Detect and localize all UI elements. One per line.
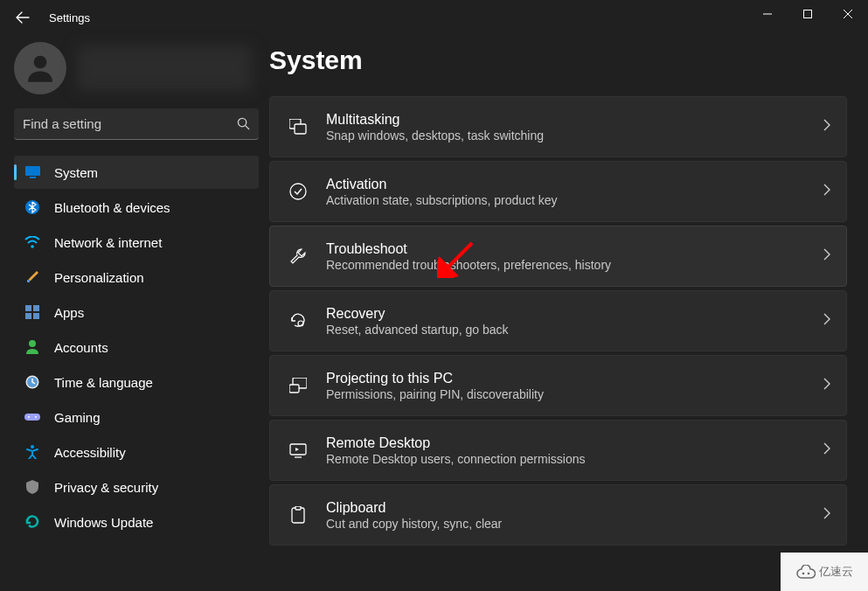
project-icon	[286, 378, 310, 393]
sidebar-item-bluetooth[interactable]: Bluetooth & devices	[14, 191, 259, 224]
item-title: Multitasking	[326, 112, 823, 128]
svg-rect-7	[27, 280, 30, 282]
recovery-icon	[286, 312, 310, 330]
svg-point-12	[29, 340, 36, 347]
accessibility-icon	[24, 444, 40, 460]
svg-rect-20	[295, 124, 306, 134]
svg-point-1	[34, 56, 47, 69]
svg-point-17	[35, 416, 37, 418]
item-text: Activation Activation state, subscriptio…	[326, 177, 823, 207]
item-title: Clipboard	[326, 500, 823, 516]
brush-icon	[24, 269, 40, 285]
search-icon	[237, 117, 250, 130]
user-info-redacted	[77, 45, 252, 91]
settings-item-remote-desktop[interactable]: Remote Desktop Remote Desktop users, con…	[269, 420, 847, 481]
maximize-icon	[803, 10, 812, 18]
shield-icon	[24, 479, 40, 495]
svg-point-29	[802, 573, 804, 575]
sidebar-item-label: Time & language	[54, 375, 153, 390]
svg-rect-3	[25, 166, 40, 176]
settings-item-projecting[interactable]: Projecting to this PC Permissions, pairi…	[269, 355, 847, 416]
settings-item-troubleshoot[interactable]: Troubleshoot Recommended troubleshooters…	[269, 226, 847, 287]
svg-point-16	[28, 416, 30, 418]
remote-icon	[286, 442, 310, 459]
item-text: Projecting to this PC Permissions, pairi…	[326, 371, 823, 401]
clipboard-icon	[286, 506, 310, 524]
close-button[interactable]	[828, 0, 868, 28]
gamepad-icon	[24, 409, 40, 425]
chevron-right-icon	[823, 378, 830, 393]
sidebar-item-network[interactable]: Network & internet	[14, 226, 259, 259]
svg-point-6	[31, 245, 34, 248]
titlebar: Settings	[0, 0, 868, 35]
sidebar-item-windows-update[interactable]: Windows Update	[14, 505, 259, 539]
sidebar-item-label: Accounts	[54, 340, 108, 355]
item-desc: Cut and copy history, sync, clear	[326, 517, 823, 531]
minimize-icon	[763, 10, 772, 18]
person-icon	[24, 339, 40, 355]
check-icon	[286, 183, 310, 200]
wifi-icon	[24, 234, 40, 250]
svg-rect-0	[804, 10, 812, 18]
minimize-button[interactable]	[747, 0, 788, 28]
settings-item-clipboard[interactable]: Clipboard Cut and copy history, sync, cl…	[269, 484, 847, 546]
item-text: Multitasking Snap windows, desktops, tas…	[326, 112, 823, 143]
search-input[interactable]	[23, 116, 237, 131]
window-controls	[747, 0, 868, 28]
close-icon	[844, 10, 852, 18]
item-title: Activation	[326, 177, 823, 192]
back-button[interactable]	[12, 7, 33, 28]
window-title: Settings	[49, 11, 90, 24]
nav-list: System Bluetooth & devices Network & int…	[14, 156, 262, 539]
search-box[interactable]	[14, 108, 259, 140]
main-content: System Multitasking Snap windows, deskto…	[262, 35, 868, 591]
chevron-right-icon	[823, 119, 830, 135]
apps-icon	[24, 304, 40, 320]
sidebar-item-label: Gaming	[54, 410, 101, 425]
svg-rect-15	[24, 414, 40, 421]
chevron-right-icon	[823, 184, 830, 199]
settings-list: Multitasking Snap windows, desktops, tas…	[269, 96, 847, 546]
multitask-icon	[286, 119, 310, 135]
chevron-right-icon	[823, 313, 830, 329]
user-account-area[interactable]	[14, 42, 262, 94]
sidebar-item-label: Accessibility	[54, 445, 126, 460]
svg-rect-11	[33, 313, 39, 319]
settings-item-recovery[interactable]: Recovery Reset, advanced startup, go bac…	[269, 290, 847, 351]
sidebar-item-label: Network & internet	[54, 235, 162, 250]
item-text: Remote Desktop Remote Desktop users, con…	[326, 435, 823, 466]
svg-point-2	[238, 118, 246, 126]
sidebar-item-accessibility[interactable]: Accessibility	[14, 435, 259, 469]
sidebar-item-system[interactable]: System	[14, 156, 259, 189]
clock-icon	[24, 374, 40, 390]
sidebar-item-gaming[interactable]: Gaming	[14, 400, 259, 434]
sidebar-item-label: Apps	[54, 305, 84, 320]
item-title: Troubleshoot	[326, 241, 823, 257]
sidebar-item-privacy[interactable]: Privacy & security	[14, 470, 259, 504]
maximize-button[interactable]	[788, 0, 828, 28]
watermark-text: 亿速云	[819, 564, 853, 580]
cloud-icon	[796, 565, 816, 579]
item-desc: Remote Desktop users, connection permiss…	[326, 452, 823, 466]
sidebar: System Bluetooth & devices Network & int…	[0, 35, 262, 591]
item-desc: Snap windows, desktops, task switching	[326, 129, 823, 143]
sidebar-item-label: Privacy & security	[54, 480, 158, 495]
monitor-icon	[24, 164, 40, 180]
sidebar-item-apps[interactable]: Apps	[14, 296, 259, 329]
item-desc: Reset, advanced startup, go back	[326, 323, 823, 337]
settings-item-activation[interactable]: Activation Activation state, subscriptio…	[269, 161, 847, 222]
sidebar-item-time-language[interactable]: Time & language	[14, 365, 259, 399]
sidebar-item-label: System	[54, 165, 98, 180]
settings-item-multitasking[interactable]: Multitasking Snap windows, desktops, tas…	[269, 96, 847, 157]
back-arrow-icon	[16, 10, 30, 24]
sidebar-item-personalization[interactable]: Personalization	[14, 261, 259, 294]
item-title: Remote Desktop	[326, 435, 823, 451]
item-desc: Recommended troubleshooters, preferences…	[326, 258, 823, 272]
sidebar-item-accounts[interactable]: Accounts	[14, 330, 259, 364]
sidebar-item-label: Bluetooth & devices	[54, 200, 170, 215]
svg-point-30	[807, 573, 809, 575]
update-icon	[24, 514, 40, 530]
chevron-right-icon	[823, 507, 830, 523]
chevron-right-icon	[823, 442, 830, 458]
item-title: Projecting to this PC	[326, 371, 823, 386]
